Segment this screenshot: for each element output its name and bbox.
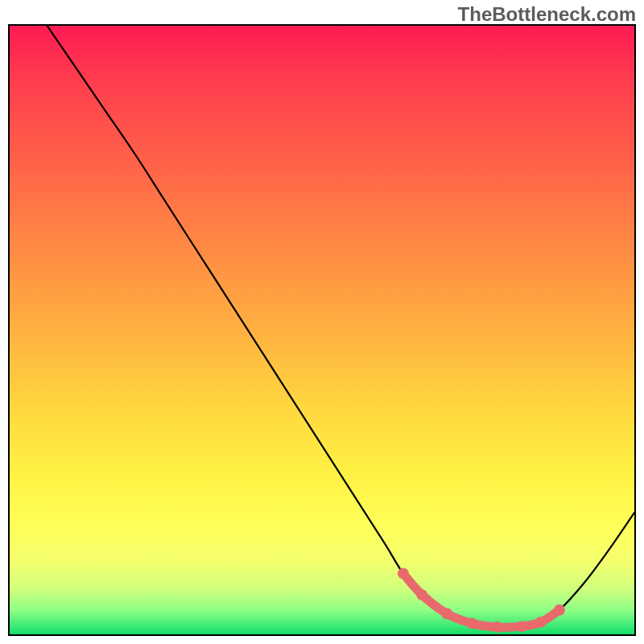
bottleneck-curve-path	[47, 26, 634, 627]
curve-svg	[10, 26, 634, 634]
highlight-dot	[554, 605, 565, 616]
chart-container: TheBottleneck.com	[0, 0, 644, 644]
highlight-dot	[491, 621, 502, 633]
watermark-text: TheBottleneck.com	[458, 3, 636, 26]
plot-frame	[8, 24, 636, 636]
highlight-dot	[535, 617, 547, 628]
highlight-dot	[441, 608, 452, 619]
highlight-dot	[398, 568, 409, 579]
highlight-dot	[416, 589, 427, 601]
highlight-dot	[466, 617, 477, 629]
highlight-dot	[516, 621, 527, 632]
